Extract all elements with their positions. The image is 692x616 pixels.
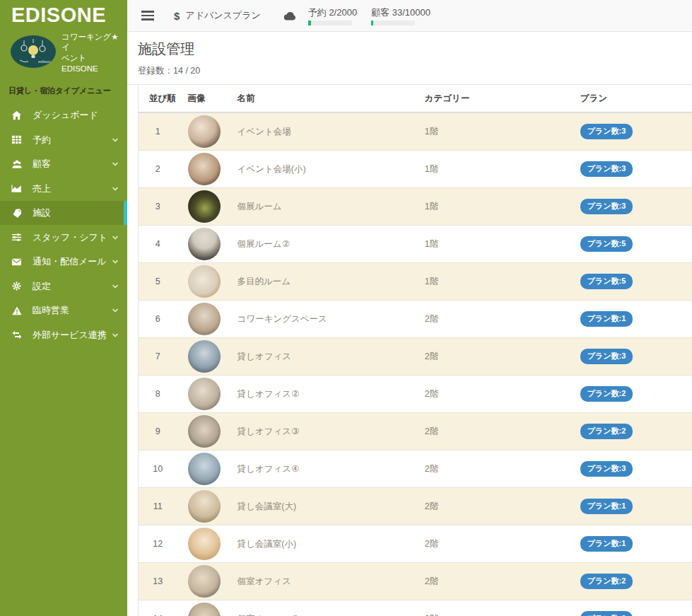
table-row[interactable]: 8 貸しオフィス② 2階 プラン数:2 [139,376,692,413]
plan-count-badge[interactable]: プラン数:3 [580,461,633,477]
category-cell: 2階 [414,525,570,563]
plan-label: アドバンスプラン [185,9,260,22]
table-row[interactable]: 11 貸し会議室(大) 2階 プラン数:1 [139,488,692,525]
plan-count-badge[interactable]: プラン数:2 [580,574,633,589]
table-row[interactable]: 14 個室オフィス② 2階 プラン数:2 [139,600,692,616]
plan-count-badge[interactable]: プラン数:2 [580,386,633,402]
page-title: 施設管理 [138,40,681,59]
facility-name-link[interactable]: 個室オフィス② [237,614,299,616]
sidebar-item-customers[interactable]: 顧客 [0,152,127,177]
sidebar-item-notifications-mail[interactable]: 通知・配信メール [0,250,127,274]
table-row[interactable]: 10 貸しオフィス④ 2階 プラン数:3 [139,451,692,488]
sidebar-item-facilities[interactable]: 施設 [0,201,127,226]
exchange-icon [11,330,28,340]
reservations-usage-label: 予約 2/2000 [308,6,357,19]
table-row[interactable]: 12 貸し会議室(小) 2階 プラン数:1 [139,525,692,563]
table-row[interactable]: 7 貸しオフィス 2階 プラン数:3 [139,338,692,376]
reservations-progress-bar [308,21,352,25]
order-cell: 3 [139,188,177,226]
facility-name-link[interactable]: 個展ルーム② [237,239,290,249]
table-row[interactable]: 2 イベント会場(小) 1階 プラン数:3 [139,151,692,188]
facility-name-link[interactable]: 貸しオフィス③ [237,426,300,436]
category-cell: 2階 [414,600,570,616]
table-row[interactable]: 3 個展ルーム 1階 プラン数:3 [139,188,692,226]
facility-image[interactable] [188,340,221,373]
sliders-icon [11,232,28,243]
plan-count-badge[interactable]: プラン数:3 [580,199,633,214]
column-header-name: 名前 [227,85,414,112]
sidebar-item-sales[interactable]: 売上 [0,176,127,201]
sidebar-item-label: 通知・配信メール [33,255,107,268]
category-cell: 2階 [414,488,570,525]
category-cell: 2階 [414,376,570,413]
order-cell: 4 [139,226,177,263]
chevron-down-icon [112,185,119,192]
plan-count-badge[interactable]: プラン数:5 [580,274,633,289]
plan-count-badge[interactable]: プラン数:2 [580,611,633,616]
facility-name-link[interactable]: 貸しオフィス [237,351,291,361]
facility-name-link[interactable]: 貸しオフィス② [237,389,300,399]
sidebar-item-staff-shift[interactable]: スタッフ・シフト [0,225,127,250]
sidebar-item-settings[interactable]: 設定 [0,274,127,298]
facility-name-link[interactable]: 貸し会議室(大) [237,501,297,511]
users-icon [11,159,28,170]
order-cell: 14 [139,600,177,616]
home-icon [11,110,28,121]
facility-name-link[interactable]: イベント会場(小) [237,164,306,174]
hamburger-menu-icon[interactable] [141,8,154,23]
plan-count-badge[interactable]: プラン数:1 [580,536,633,552]
facility-image[interactable] [188,453,221,485]
facility-name-link[interactable]: 貸し会議室(小) [237,539,297,549]
facility-image[interactable] [188,115,221,148]
table-row[interactable]: 5 多目的ルーム 1階 プラン数:5 [139,263,692,301]
facility-image[interactable] [188,228,221,260]
sidebar-item-temporary-business[interactable]: 臨時営業 [0,298,127,323]
facility-image[interactable] [188,603,221,616]
facility-image[interactable] [188,490,221,523]
reservations-usage[interactable]: 予約 2/2000 [308,6,357,25]
category-cell: 1階 [414,151,570,188]
customers-usage[interactable]: 顧客 33/10000 [371,6,430,25]
facility-image[interactable] [188,378,221,410]
facility-name-link[interactable]: 個室オフィス [237,576,291,586]
table-header-row: 並び順 画像 名前 カテゴリー プラン [139,85,692,112]
sidebar: EDISONE edison コワーキング★イ ベントEDISONE 日貸し・宿… [0,0,127,616]
table-row[interactable]: 13 個室オフィス 2階 プラン数:2 [139,563,692,600]
facility-name-link[interactable]: コワーキングスペース [237,314,327,324]
plan-count-badge[interactable]: プラン数:3 [580,349,633,364]
plan-count-badge[interactable]: プラン数:2 [580,424,633,439]
plan-count-badge[interactable]: プラン数:3 [580,161,633,177]
order-cell: 7 [139,338,177,376]
table-row[interactable]: 6 コワーキングスペース 2階 プラン数:1 [139,301,692,338]
facility-image[interactable] [188,415,221,448]
plan-count-badge[interactable]: プラン数:3 [580,124,633,139]
plan-count-badge[interactable]: プラン数:1 [580,311,633,327]
sidebar-item-reservations[interactable]: 予約 [0,127,127,152]
plan-indicator[interactable]: $ アドバンスプラン [174,9,261,22]
category-cell: 2階 [414,301,570,338]
facility-image[interactable] [188,565,221,598]
facility-name-link[interactable]: イベント会場 [237,127,291,136]
facility-name-link[interactable]: 貸しオフィス④ [237,464,300,474]
order-cell: 6 [139,301,177,338]
customers-usage-label: 顧客 33/10000 [371,6,430,19]
facility-image[interactable] [188,265,221,298]
facility-image[interactable] [188,528,221,560]
facility-image[interactable] [188,303,221,335]
edisone-logo-image: edison [10,35,57,71]
sidebar-item-external-services[interactable]: 外部サービス連携 [0,322,127,347]
facility-image[interactable] [188,190,221,223]
chevron-down-icon [112,136,119,144]
facility-name-link[interactable]: 多目的ルーム [237,277,291,286]
sidebar-menu-header: 日貸し・宿泊タイプメニュー [0,76,127,99]
order-cell: 1 [139,112,177,151]
dollar-icon: $ [174,10,180,22]
table-row[interactable]: 9 貸しオフィス③ 2階 プラン数:2 [139,413,692,451]
sidebar-item-dashboard[interactable]: ダッシュボード [0,103,127,128]
table-row[interactable]: 1 イベント会場 1階 プラン数:3 [139,112,692,151]
facility-image[interactable] [188,153,221,185]
plan-count-badge[interactable]: プラン数:5 [580,236,633,252]
plan-count-badge[interactable]: プラン数:1 [580,499,633,514]
table-row[interactable]: 4 個展ルーム② 1階 プラン数:5 [139,226,692,263]
facility-name-link[interactable]: 個展ルーム [237,202,282,211]
